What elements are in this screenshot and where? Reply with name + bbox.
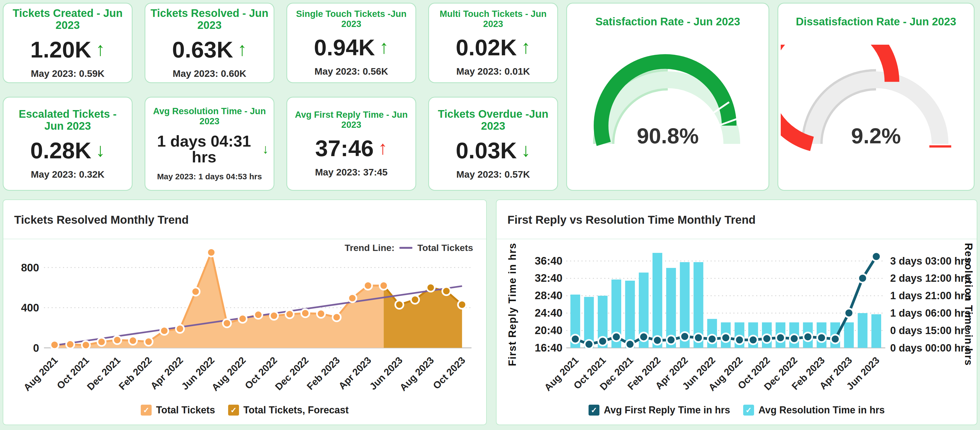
kpi-value: 0.28K↓	[30, 139, 105, 162]
data-point[interactable]	[145, 337, 153, 346]
kpi-previous-value: May 2023: 0.57K	[456, 169, 530, 180]
legend-checkbox-icon[interactable]: ✓	[589, 404, 600, 416]
line-marker[interactable]	[872, 252, 881, 261]
data-point[interactable]	[301, 309, 310, 317]
kpi-previous-value: May 2023: 37:45	[315, 167, 388, 177]
resolution-time-bar[interactable]	[844, 322, 854, 348]
line-marker[interactable]	[831, 335, 840, 343]
x-tick-label: Feb 2023	[305, 355, 342, 392]
satisfaction-gauge-card: Satisfaction Rate - Jun 2023 90.8%	[566, 3, 769, 191]
x-tick-label: Aug 2021	[542, 355, 581, 393]
x-tick-label: Aug 2022	[210, 355, 248, 393]
data-point[interactable]	[113, 336, 121, 344]
line-marker[interactable]	[694, 333, 703, 342]
kpi-title: Tickets Overdue -Jun 2023	[434, 108, 552, 132]
legend-checkbox-icon[interactable]: ✓	[141, 404, 152, 416]
data-point[interactable]	[82, 341, 90, 349]
kpi-value-text: 1.20K	[30, 38, 91, 61]
resolution-time-bar[interactable]	[652, 253, 662, 348]
forecast-data-point[interactable]	[426, 283, 435, 292]
y-tick-label: 800	[21, 262, 39, 273]
resolution-time-bar[interactable]	[625, 281, 635, 348]
data-point[interactable]	[176, 325, 184, 333]
x-tick-label: Dec 2022	[273, 355, 310, 392]
trend-arrow-down-icon: ↓	[95, 141, 105, 160]
data-point[interactable]	[160, 327, 168, 335]
first-reply-legend: ✓Avg First Reply Time in hrs✓Avg Resolut…	[496, 396, 977, 425]
forecast-data-point[interactable]	[411, 296, 419, 304]
resolution-time-bar[interactable]	[858, 313, 867, 348]
kpi-card[interactable]: Tickets Resolved - Jun 20230.63K↑May 202…	[145, 3, 274, 83]
trend-line-legend[interactable]: Trend Line: Total Tickets	[345, 243, 473, 253]
line-marker[interactable]	[762, 334, 771, 343]
kpi-card[interactable]: Tickets Overdue -Jun 20230.03K↓May 2023:…	[428, 97, 558, 191]
data-point[interactable]	[207, 248, 215, 256]
kpi-card[interactable]: Escalated Tickets - Jun 20230.28K↓May 20…	[3, 97, 132, 191]
line-marker[interactable]	[653, 336, 662, 345]
dissatisfaction-gauge-title: Dissatisfaction Rate - Jun 2023	[796, 16, 956, 28]
y-tick-label: 400	[21, 302, 39, 313]
line-marker[interactable]	[803, 332, 812, 341]
line-marker[interactable]	[817, 333, 826, 342]
line-marker[interactable]	[708, 335, 716, 343]
legend-item-total-tickets-forecast[interactable]: ✓Total Tickets, Forecast	[228, 404, 349, 416]
kpi-card[interactable]: Tickets Created - Jun 20231.20K↑May 2023…	[3, 3, 132, 83]
line-marker[interactable]	[612, 332, 620, 341]
tickets-resolved-trend-panel: Tickets Resolved Monthly Trend Trend Lin…	[3, 200, 487, 425]
line-marker[interactable]	[598, 337, 607, 345]
forecast-data-point[interactable]	[442, 287, 450, 295]
line-marker[interactable]	[776, 333, 785, 342]
kpi-value: 0.63K↑	[172, 38, 247, 61]
data-point[interactable]	[50, 341, 59, 349]
trend-line-swatch	[399, 247, 412, 249]
line-marker[interactable]	[625, 340, 634, 348]
first-reply-chart-svg: 16:400 days 00:00 hrs20:400 days 15:00 h…	[500, 239, 973, 393]
data-point[interactable]	[223, 319, 231, 327]
kpi-previous-value: May 2023: 1 days 04:53 hrs	[157, 172, 262, 181]
kpi-value-text: 0.03K	[456, 139, 517, 162]
line-marker[interactable]	[749, 336, 757, 344]
line-marker[interactable]	[845, 309, 853, 318]
data-point[interactable]	[379, 281, 388, 290]
total-tickets-area[interactable]	[54, 253, 383, 348]
kpi-value: 1 days 04:31 hrs↓	[150, 133, 269, 165]
data-point[interactable]	[129, 337, 137, 345]
line-marker[interactable]	[571, 335, 579, 343]
data-point[interactable]	[317, 310, 325, 318]
line-marker[interactable]	[640, 332, 648, 341]
kpi-value-text: 0.02K	[456, 36, 517, 59]
forecast-data-point[interactable]	[395, 301, 403, 309]
data-point[interactable]	[254, 311, 262, 319]
kpi-card[interactable]: Avg First Reply Time - Jun 202337:46↑May…	[286, 97, 416, 191]
line-marker[interactable]	[721, 333, 730, 342]
legend-item-avg-resolution-time-in-hrs[interactable]: ✓Avg Resolution Time in hrs	[743, 404, 885, 416]
legend-item-total-tickets[interactable]: ✓Total Tickets	[141, 404, 215, 416]
panel-title: First Reply vs Resolution Time Monthly T…	[496, 200, 977, 239]
legend-checkbox-icon[interactable]: ✓	[743, 404, 754, 416]
legend-checkbox-icon[interactable]: ✓	[228, 404, 239, 416]
kpi-card[interactable]: Multi Touch Tickets - Jun 20230.02K↑May …	[428, 3, 558, 83]
legend-item-avg-first-reply-time-in-hrs[interactable]: ✓Avg First Reply Time in hrs	[589, 404, 730, 416]
data-point[interactable]	[97, 338, 106, 346]
satisfaction-gauge-svg: 90.8%	[573, 45, 763, 152]
data-point[interactable]	[239, 315, 247, 323]
line-marker[interactable]	[667, 336, 675, 344]
forecast-data-point[interactable]	[458, 301, 466, 309]
data-point[interactable]	[364, 281, 372, 290]
data-point[interactable]	[270, 312, 278, 320]
kpi-card[interactable]: Single Touch Tickets -Jun 20230.94K↑May …	[286, 3, 416, 83]
line-marker[interactable]	[680, 332, 689, 341]
data-point[interactable]	[286, 310, 294, 318]
data-point[interactable]	[192, 288, 200, 296]
data-point[interactable]	[332, 313, 341, 321]
line-marker[interactable]	[790, 334, 799, 343]
line-marker[interactable]	[585, 340, 593, 348]
resolution-time-bar[interactable]	[871, 314, 881, 348]
line-marker[interactable]	[735, 336, 744, 344]
data-point[interactable]	[348, 294, 356, 302]
x-tick-label: Dec 2021	[85, 355, 123, 392]
line-marker[interactable]	[858, 274, 867, 283]
data-point[interactable]	[66, 340, 74, 348]
kpi-card[interactable]: Avg Resolution Time - Jun 20231 days 04:…	[145, 97, 274, 191]
left-tick-label: 16:40	[535, 342, 562, 354]
